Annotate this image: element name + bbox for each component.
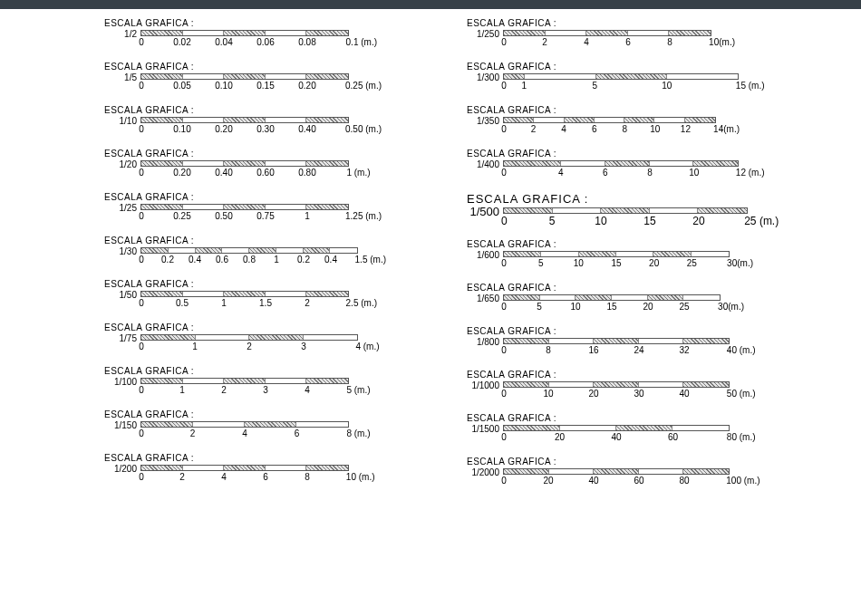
- scale-ratio: 1/250: [467, 30, 503, 38]
- scale-tick-label: 0.50 (m.): [345, 124, 382, 134]
- scale-segment: [224, 205, 266, 209]
- scale-tick-label: 4: [558, 168, 564, 178]
- scale-tick-label: 0: [139, 428, 144, 438]
- scale-segment: [224, 379, 266, 383]
- scale-tick-label: 1: [305, 211, 310, 221]
- scale-labels: 00.511.522.5 (m.): [140, 298, 349, 311]
- scale-tick-label: 0.20: [298, 81, 315, 91]
- scale-tick-label: 2: [531, 124, 537, 134]
- scale-bar: [503, 338, 730, 344]
- scale-tick-label: 0.25: [173, 211, 190, 221]
- scale-tick-label: 0: [139, 255, 144, 265]
- scale-tick-label: 30(m.): [727, 258, 753, 268]
- scale-bar: [140, 291, 349, 297]
- scale-bar: [140, 247, 358, 254]
- scale-tick-label: 0.10: [173, 124, 190, 134]
- scale-item: ESCALA GRAFICA :1/7501234 (m.): [104, 322, 376, 354]
- scale-tick-label: 5: [593, 81, 598, 91]
- scale-item: ESCALA GRAFICA :1/2000020406080100 (m.): [467, 457, 766, 488]
- scale-segment: [594, 469, 639, 474]
- scale-bar: [140, 204, 349, 210]
- scale-labels: 00.020.040.060.080.1 (m.): [140, 37, 349, 50]
- scale-segment: [685, 118, 715, 122]
- scale-labels: 020406080100 (m.): [503, 476, 730, 488]
- scale-title: ESCALA GRAFICA :: [104, 366, 376, 376]
- scale-tick-label: 5: [537, 302, 542, 312]
- scale-item: ESCALA GRAFICA :1/3000.20.40.60.810.20.4…: [104, 236, 376, 267]
- scale-title: ESCALA GRAFICA :: [467, 62, 766, 72]
- scale-segment: [504, 161, 561, 166]
- scale-tick-label: 0.50: [215, 211, 232, 221]
- scale-ratio: 1/50: [104, 291, 140, 299]
- scale-segment: [504, 339, 549, 343]
- scale-labels: 0816243240 (m.): [503, 345, 730, 358]
- scale-tick-label: 8 (m.): [346, 428, 370, 438]
- scale-title: ESCALA GRAFICA :: [467, 326, 766, 336]
- scale-labels: 0246810(m.): [503, 37, 711, 50]
- scale-segment: [224, 466, 266, 470]
- scale-title: ESCALA GRAFICA :: [104, 409, 376, 419]
- scale-segment: [183, 118, 225, 122]
- scale-segment: [560, 426, 616, 430]
- scale-segment: [595, 118, 624, 122]
- scale-segment: [183, 161, 225, 166]
- scale-tick-label: 0.20: [215, 124, 232, 134]
- scale-title: ESCALA GRAFICA :: [104, 322, 376, 332]
- scale-segment: [224, 161, 266, 166]
- scale-tick-label: 15: [611, 258, 621, 268]
- scale-tick-label: 3: [301, 342, 306, 351]
- scale-tick-label: 0.02: [173, 37, 190, 47]
- scale-segment: [650, 208, 699, 213]
- scale-tick-label: 8: [667, 37, 672, 47]
- scale-segment: [141, 74, 183, 79]
- scale-segment: [306, 74, 348, 79]
- scale-tick-label: 2: [542, 37, 547, 47]
- scale-tick-label: 5 (m.): [346, 385, 370, 395]
- scale-segment: [249, 335, 304, 340]
- scale-tick-label: 12 (m.): [736, 168, 765, 178]
- scale-ratio: 1/200: [104, 465, 140, 473]
- scale-segment: [616, 426, 672, 430]
- scale-bar: [503, 425, 730, 431]
- scale-tick-label: 20: [692, 215, 704, 227]
- scale-ratio: 1/30: [104, 247, 140, 255]
- scale-tick-label: 0.20: [173, 168, 190, 178]
- scale-tick-label: 25: [687, 258, 697, 268]
- scale-labels: 012345 (m.): [140, 385, 349, 398]
- scale-ratio: 1/350: [467, 117, 503, 125]
- scale-segment: [605, 161, 650, 166]
- scale-tick-label: 5: [538, 258, 544, 268]
- scale-segment: [306, 379, 348, 383]
- scale-tick-label: 6: [603, 168, 608, 178]
- scale-tick-label: 2: [305, 298, 310, 308]
- scale-tick-label: 14(m.): [713, 124, 740, 134]
- scale-tick-label: 1.25 (m.): [345, 211, 382, 221]
- scale-tick-label: 10(m.): [709, 37, 735, 47]
- scale-tick-label: 0.4: [324, 255, 337, 265]
- scale-segment: [549, 339, 595, 343]
- scale-segment: [183, 74, 225, 79]
- scale-tick-label: 15: [606, 302, 616, 312]
- scale-bar: [503, 73, 739, 80]
- scale-segment: [169, 248, 196, 253]
- scale-ratio: 1/1000: [467, 381, 503, 390]
- scale-tick-label: 0.10: [215, 81, 232, 91]
- scale-tick-label: 0: [501, 81, 507, 91]
- scale-segment: [222, 248, 249, 253]
- scale-segment: [183, 205, 225, 209]
- scale-tick-label: 0.5: [176, 298, 189, 308]
- scale-title: ESCALA GRAFICA :: [467, 149, 766, 159]
- scale-segment: [141, 248, 169, 253]
- scale-bar: [503, 117, 716, 123]
- scale-segment: [266, 161, 307, 166]
- scale-item: ESCALA GRAFICA :1/35002468101214(m.): [467, 105, 766, 137]
- scale-segment: [549, 469, 595, 474]
- scale-segment: [553, 208, 602, 213]
- scale-segment: [540, 295, 576, 300]
- scale-segment: [183, 379, 225, 383]
- scale-tick-label: 0.60: [256, 168, 274, 178]
- scale-tick-label: 0.2: [161, 255, 174, 265]
- scale-segment: [612, 295, 648, 300]
- scale-ratio: 1/600: [467, 251, 503, 259]
- scale-tick-label: 10: [543, 389, 553, 399]
